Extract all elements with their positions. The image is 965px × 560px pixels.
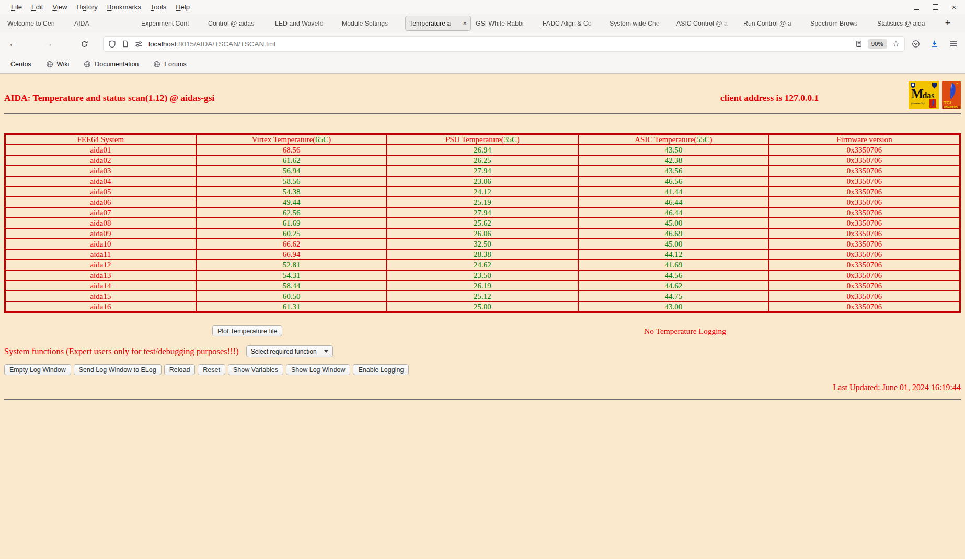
tab-label: Statistics @ aida [877, 20, 936, 27]
psu-cell: 23.50 [387, 270, 578, 281]
virtex-cell: 61.31 [196, 301, 387, 312]
bookmark-documentation[interactable]: Documentation [84, 61, 139, 68]
virtex-cell: 52.81 [196, 260, 387, 270]
system-cell: aida14 [5, 281, 196, 291]
close-icon[interactable]: × [950, 4, 958, 11]
menu-edit[interactable]: Edit [27, 1, 48, 13]
reader-mode-icon[interactable] [855, 40, 863, 48]
reload-button[interactable]: Reload [164, 364, 196, 375]
show-log-window-button[interactable]: Show Log Window [286, 364, 351, 375]
bookmark-wiki[interactable]: Wiki [46, 61, 70, 68]
table-row: aida1166.9428.3844.120x3350706 [5, 249, 960, 260]
tab-system-wide-che[interactable]: System wide Che [606, 16, 672, 31]
tabs: Welcome to CenAIDAExperiment ContControl… [3, 14, 940, 32]
asic-cell: 41.69 [578, 260, 769, 270]
firmware-cell: 0x3350706 [769, 281, 960, 291]
reset-button[interactable]: Reset [198, 364, 225, 375]
menu-help[interactable]: Help [171, 1, 194, 13]
asic-cell: 43.50 [578, 145, 769, 155]
firmware-cell: 0x3350706 [769, 239, 960, 249]
url-text[interactable]: localhost:8015/AIDA/TSCAN/TSCAN.tml [148, 40, 275, 48]
column-header-fee64-system: FEE64 System [5, 134, 196, 145]
tab-close-icon[interactable]: × [463, 19, 467, 27]
virtex-cell: 49.44 [196, 197, 387, 207]
empty-log-window-button[interactable]: Empty Log Window [4, 364, 71, 375]
menu-history[interactable]: History [72, 1, 102, 13]
menu-hamburger-icon[interactable] [949, 40, 958, 48]
virtex-cell: 61.69 [196, 218, 387, 228]
url-bar[interactable]: localhost:8015/AIDA/TSCAN/TSCAN.tml 90% … [104, 37, 904, 51]
tab-asic-control-a[interactable]: ASIC Control @ a [673, 16, 739, 31]
pocket-icon[interactable] [912, 40, 920, 48]
firmware-cell: 0x3350706 [769, 155, 960, 166]
menu-file[interactable]: File [6, 1, 27, 13]
asic-cell: 46.44 [578, 197, 769, 207]
new-tab-button[interactable]: + [940, 14, 956, 32]
tab-module-settings[interactable]: Module Settings [338, 16, 404, 31]
tab-statistics-aida[interactable]: Statistics @ aida [874, 16, 939, 31]
globe-icon [84, 61, 91, 68]
bookmark-label: Documentation [95, 61, 139, 68]
system-cell: aida01 [5, 145, 196, 155]
function-select[interactable]: Select required function [246, 345, 333, 357]
table-row: aida1354.3123.5044.560x3350706 [5, 270, 960, 281]
threshold-value: 35C [504, 135, 517, 144]
bookmark-star-icon[interactable]: ☆ [892, 40, 900, 48]
show-variables-button[interactable]: Show Variables [228, 364, 283, 375]
plot-temperature-file-button[interactable]: Plot Temperature file [212, 325, 282, 336]
bookmark-forums[interactable]: Forums [153, 61, 186, 68]
asic-cell: 46.44 [578, 207, 769, 218]
bookmark-centos[interactable]: Centos [7, 61, 31, 68]
tab-welcome-to-cen[interactable]: Welcome to Cen [4, 16, 70, 31]
tab-fadc-align-co[interactable]: FADC Align & Co [539, 16, 605, 31]
threshold-value: 65C [315, 135, 328, 144]
page-content: AIDA: Temperature and status scan(1.12) … [0, 74, 965, 559]
firmware-cell: 0x3350706 [769, 186, 960, 197]
asic-cell: 41.44 [578, 186, 769, 197]
firmware-cell: 0x3350706 [769, 249, 960, 260]
minimize-icon[interactable] [913, 4, 920, 11]
back-icon[interactable]: ← [5, 36, 21, 52]
forward-icon[interactable]: → [41, 36, 56, 52]
enable-logging-button[interactable]: Enable Logging [353, 364, 409, 375]
column-header-firmware-version: Firmware version [769, 134, 960, 145]
tab-run-control-a[interactable]: Run Control @ a [740, 16, 806, 31]
menu-view[interactable]: View [48, 1, 72, 13]
bookmarks-bar: CentosWikiDocumentationForums [0, 55, 965, 74]
send-log-window-to-elog-button[interactable]: Send Log Window to ELog [74, 364, 162, 375]
asic-cell: 44.62 [578, 281, 769, 291]
tab-label: Control @ aidas [208, 20, 267, 27]
asic-cell: 44.75 [578, 291, 769, 301]
virtex-cell: 60.25 [196, 228, 387, 239]
menu-tools[interactable]: Tools [146, 1, 171, 13]
maximize-icon[interactable] [932, 4, 939, 11]
page-info-icon[interactable] [122, 40, 129, 48]
system-cell: aida08 [5, 218, 196, 228]
firmware-cell: 0x3350706 [769, 260, 960, 270]
menubar-items: FileEditViewHistoryBookmarksToolsHelp [6, 1, 194, 13]
tab-label: AIDA [74, 20, 133, 27]
asic-cell: 46.69 [578, 228, 769, 239]
tab-experiment-cont[interactable]: Experiment Cont [137, 16, 203, 31]
page-title: AIDA: Temperature and status scan(1.12) … [4, 92, 214, 103]
system-cell: aida15 [5, 291, 196, 301]
tab-aida[interactable]: AIDA [71, 16, 136, 31]
downloads-icon[interactable] [930, 40, 939, 48]
tab-control-aidas[interactable]: Control @ aidas [204, 16, 270, 31]
threshold-value: 55C [696, 135, 709, 144]
tab-gsi-white-rabbi[interactable]: GSI White Rabbi [472, 16, 538, 31]
menu-bookmarks[interactable]: Bookmarks [102, 1, 146, 13]
column-header-psu-temperature: PSU Temperature(35C) [387, 134, 578, 145]
table-row: aida0861.6925.6245.000x3350706 [5, 218, 960, 228]
zoom-level-badge[interactable]: 90% [868, 39, 887, 49]
connection-settings-icon[interactable] [135, 40, 143, 48]
virtex-cell: 58.56 [196, 176, 387, 186]
reload-icon[interactable] [76, 36, 92, 52]
table-row: aida0554.3824.1241.440x3350706 [5, 186, 960, 197]
shield-icon[interactable] [108, 40, 116, 48]
tab-led-and-wavefo[interactable]: LED and Wavefo [271, 16, 337, 31]
tab-spectrum-brows[interactable]: Spectrum Brows [807, 16, 872, 31]
globe-icon [46, 61, 53, 68]
tab-temperature-a[interactable]: Temperature a× [405, 16, 471, 31]
tcl-powered-logo: ” TCL POWERED [942, 81, 961, 109]
